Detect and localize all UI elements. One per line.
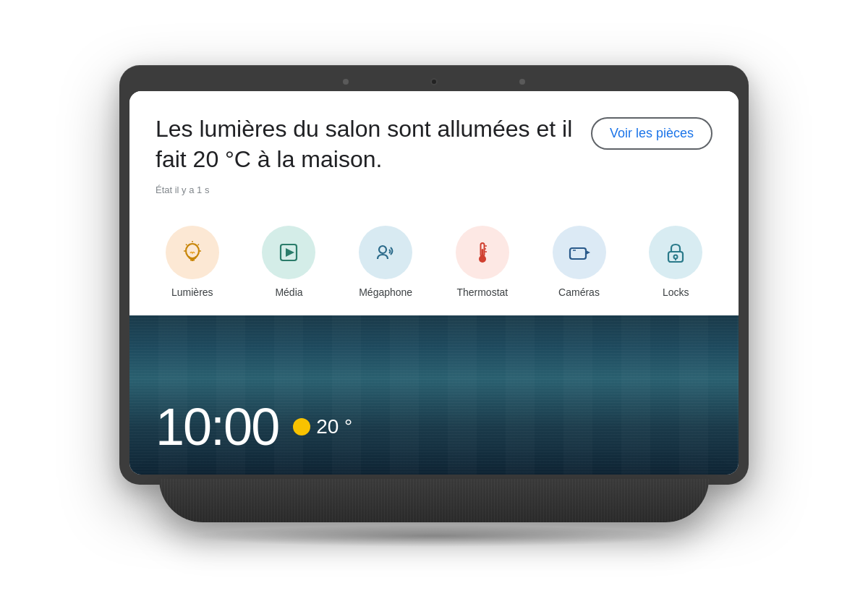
device-categories-row: Lumières Média: [129, 213, 739, 315]
temperature-display: 20 °: [316, 415, 352, 438]
google-nest-hub-device: Les lumières du salon sont allumées et i…: [119, 65, 749, 547]
speaker-base: [159, 479, 709, 522]
lumiere-category[interactable]: Lumières: [144, 226, 241, 298]
svg-point-0: [186, 244, 199, 258]
header-row: Les lumières du salon sont allumées et i…: [156, 114, 712, 174]
play-icon: [275, 239, 302, 266]
megaphone-icon: [372, 239, 399, 266]
media-category[interactable]: Média: [241, 226, 338, 298]
svg-rect-17: [570, 248, 586, 259]
lumiere-icon-circle: [166, 226, 219, 279]
camera-icon: [566, 239, 593, 266]
svg-point-21: [674, 255, 678, 259]
svg-line-5: [186, 245, 187, 246]
screen: Les lumières du salon sont allumées et i…: [129, 91, 739, 475]
cameras-icon-circle: [553, 226, 606, 279]
clock-weather-row: 10:00 20 °: [156, 401, 352, 453]
lumiere-label: Lumières: [171, 286, 213, 298]
svg-marker-9: [286, 248, 294, 257]
svg-point-10: [379, 246, 386, 253]
svg-point-13: [479, 255, 486, 263]
clock-display: 10:00: [156, 401, 278, 453]
screen-clock-area: 10:00 20 °: [129, 315, 739, 475]
thermostat-label: Thermostat: [456, 286, 508, 298]
main-status-text: Les lumières du salon sont allumées et i…: [156, 114, 575, 174]
locks-category[interactable]: Locks: [627, 226, 724, 298]
media-label: Média: [275, 286, 302, 298]
device-frame: Les lumières du salon sont allumées et i…: [119, 65, 749, 485]
thermometer-icon: [469, 239, 496, 266]
locks-icon-circle: [649, 226, 702, 279]
megaphone-category[interactable]: Mégaphone: [337, 226, 434, 298]
camera-bar: [129, 75, 739, 88]
media-icon-circle: [262, 226, 315, 279]
cameras-category[interactable]: Caméras: [531, 226, 628, 298]
lock-icon: [662, 239, 689, 266]
voir-les-pieces-button[interactable]: Voir les pièces: [591, 117, 712, 150]
camera-lens: [430, 78, 438, 85]
status-timestamp: État il y a 1 s: [156, 184, 712, 195]
cameras-label: Caméras: [558, 286, 600, 298]
screen-top-area: Les lumières du salon sont allumées et i…: [129, 91, 739, 213]
locks-label: Locks: [663, 286, 689, 298]
led-left: [343, 79, 349, 85]
svg-marker-18: [586, 250, 590, 255]
thermostat-icon-circle: [456, 226, 509, 279]
megaphone-icon-circle: [359, 226, 412, 279]
base-shadow: [188, 525, 680, 547]
svg-rect-12: [481, 249, 483, 256]
thermostat-category[interactable]: Thermostat: [434, 226, 531, 298]
sun-icon: [293, 418, 310, 435]
bulb-icon: [179, 239, 206, 266]
svg-line-4: [197, 245, 199, 246]
megaphone-label: Mégaphone: [359, 286, 412, 298]
led-right: [519, 79, 525, 85]
weather-info: 20 °: [293, 415, 352, 438]
